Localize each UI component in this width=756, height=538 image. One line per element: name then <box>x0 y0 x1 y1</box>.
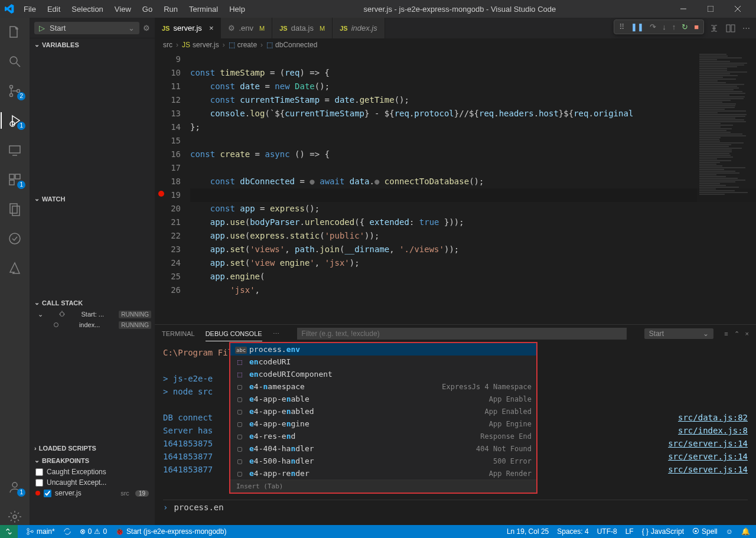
uncaught-exceptions[interactable]: Uncaught Except... <box>30 477 155 488</box>
svg-rect-25 <box>726 25 730 32</box>
minimize-button[interactable] <box>670 0 697 18</box>
search-icon[interactable] <box>1 53 29 70</box>
loaded-scripts-section[interactable]: ›LOADED SCRIPTS <box>30 442 155 454</box>
suggestion-item[interactable]: ▢e4-500-handler500 Error <box>230 455 536 467</box>
close-panel-icon[interactable]: × <box>745 330 749 338</box>
remote-indicator[interactable] <box>0 525 18 538</box>
menu-run[interactable]: Run <box>159 2 183 16</box>
spell-status[interactable]: ⦿ Spell <box>692 527 718 536</box>
suggestion-item[interactable]: ▢e4-app-enableApp Enable <box>230 393 536 405</box>
tab-data[interactable]: JSdata.jsM <box>272 18 333 38</box>
activity-bar: 2 1 1 1 <box>0 18 30 525</box>
notifications-icon[interactable]: 🔔 <box>741 527 750 536</box>
eol-status[interactable]: LF <box>625 527 634 536</box>
language-status[interactable]: { } JavaScript <box>642 527 684 536</box>
source-link[interactable]: src/data.js:82 <box>678 411 748 424</box>
extensions-icon[interactable]: 1 <box>1 171 29 188</box>
maximize-button[interactable] <box>697 0 724 18</box>
sync-status[interactable] <box>63 527 71 536</box>
azure-icon[interactable] <box>1 260 29 276</box>
step-out-icon[interactable]: ↑ <box>672 22 676 31</box>
menu-go[interactable]: Go <box>138 2 157 16</box>
svg-line-5 <box>17 63 20 67</box>
tab-index[interactable]: JSindex.js <box>333 18 385 38</box>
tab-server[interactable]: JSserver.js× <box>155 18 221 38</box>
stop-icon[interactable]: ■ <box>694 22 699 31</box>
close-button[interactable] <box>724 0 751 18</box>
suggestion-item[interactable]: ▢e4-res-endResponse End <box>230 430 536 442</box>
gear-icon[interactable] <box>1 508 29 525</box>
breakpoint-file[interactable]: server.js src 19 <box>30 488 155 498</box>
close-icon[interactable]: × <box>209 24 214 32</box>
svg-point-27 <box>27 529 30 531</box>
breakpoints-section[interactable]: ⌄BREAKPOINTS <box>30 454 155 467</box>
filter-input[interactable] <box>297 328 627 340</box>
panel-tab-more[interactable]: ⋯ <box>273 327 279 341</box>
account-icon[interactable]: 1 <box>1 479 29 495</box>
pause-icon[interactable]: ❚❚ <box>631 22 644 31</box>
code-editor[interactable]: 91011121314151617181920212223242526 cons… <box>155 51 756 324</box>
source-link[interactable]: src/server.js:14 <box>668 463 748 476</box>
cursor-position[interactable]: Ln 19, Col 25 <box>507 527 549 536</box>
drag-handle-icon[interactable]: ⠿ <box>619 22 625 31</box>
source-link[interactable]: src/server.js:14 <box>668 437 748 450</box>
menu-help[interactable]: Help <box>224 2 250 16</box>
panel-tab-debug[interactable]: DEBUG CONSOLE <box>206 327 262 341</box>
menu-view[interactable]: View <box>110 2 136 16</box>
debug-launch-status[interactable]: 🐞 Start (js-e2e-express-mongodb) <box>115 527 226 536</box>
restart-icon[interactable]: ↻ <box>682 22 688 31</box>
split-icon[interactable] <box>726 24 735 33</box>
suggestion-item[interactable]: abcprocess.env <box>230 343 536 356</box>
watch-section[interactable]: ⌄WATCH <box>30 193 155 205</box>
suggestion-item[interactable]: ⬚encodeURI <box>230 356 536 368</box>
suggestion-item[interactable]: ▢e4-app-enabledApp Enabled <box>230 405 536 418</box>
repl-input[interactable]: ›process.en <box>163 500 748 514</box>
scm-icon[interactable]: 2 <box>1 83 29 99</box>
spaces-status[interactable]: Spaces: 4 <box>557 527 588 536</box>
suggestion-item[interactable]: ▢e4-404-handler404 Not Found <box>230 442 536 455</box>
problems-status[interactable]: ⊗ 0 ⚠ 0 <box>80 527 107 536</box>
clear-icon[interactable]: ≡ <box>724 330 728 338</box>
suggestion-item[interactable]: ▢e4-namespaceExpressJs 4 Namespace <box>230 380 536 393</box>
more-icon[interactable]: ⋯ <box>742 24 750 32</box>
callstack-thread[interactable]: ⌄ Start: ... RUNNING <box>30 309 155 319</box>
tab-env[interactable]: ⚙.envM <box>221 18 272 38</box>
source-link[interactable]: src/server.js:14 <box>668 450 748 463</box>
breadcrumb-fn1: ⬚create <box>229 41 257 49</box>
testing-icon[interactable] <box>1 230 29 247</box>
variables-section[interactable]: ⌄VARIABLES <box>30 38 155 51</box>
vscode-icon <box>5 4 14 14</box>
svg-point-4 <box>10 57 17 64</box>
debug-icon[interactable]: 1 <box>1 112 29 129</box>
compare-icon[interactable] <box>709 24 719 33</box>
step-over-icon[interactable]: ↷ <box>650 22 656 31</box>
branch-status[interactable]: main* <box>26 527 55 536</box>
callstack-section[interactable]: ⌄CALL STACK <box>30 296 155 309</box>
suggestion-widget[interactable]: abcprocess.env⬚encodeURI⬚encodeURICompon… <box>229 342 537 494</box>
caught-exceptions[interactable]: Caught Exceptions <box>30 467 155 477</box>
feedback-icon[interactable]: ☺ <box>726 527 733 536</box>
start-config[interactable]: ▷ Start ⌄ <box>34 22 139 34</box>
launch-select[interactable]: Start⌄ <box>644 328 713 339</box>
panel-tab-terminal[interactable]: TERMINAL <box>162 327 195 341</box>
remote-explorer-icon[interactable] <box>1 142 29 158</box>
explorer-icon[interactable] <box>1 24 29 40</box>
suggestion-item[interactable]: ▢e4-app-renderApp Render <box>230 467 536 480</box>
window-title: server.js - js-e2e-express-mongodb - Vis… <box>250 5 670 14</box>
menu-terminal[interactable]: Terminal <box>184 2 223 16</box>
breadcrumb-fn2: ⬚dbConnected <box>266 41 317 49</box>
source-link[interactable]: src/index.js:8 <box>678 424 748 437</box>
encoding-status[interactable]: UTF-8 <box>597 527 617 536</box>
menu-file[interactable]: File <box>19 2 41 16</box>
configure-gear-icon[interactable]: ⚙ <box>143 24 150 32</box>
breadcrumb[interactable]: src› JSserver.js› ⬚create› ⬚dbConnected <box>155 38 756 51</box>
collapse-icon[interactable]: ⌃ <box>734 330 739 338</box>
suggestion-item[interactable]: ▢e4-app-engineApp Engine <box>230 418 536 430</box>
callstack-frame[interactable]: index... RUNNING <box>30 319 155 330</box>
minimap[interactable] <box>697 51 756 324</box>
step-into-icon[interactable]: ↓ <box>662 22 666 31</box>
menu-edit[interactable]: Edit <box>43 2 65 16</box>
references-icon[interactable] <box>1 201 29 217</box>
menu-selection[interactable]: Selection <box>67 2 107 16</box>
suggestion-item[interactable]: ⬚encodeURIComponent <box>230 368 536 380</box>
